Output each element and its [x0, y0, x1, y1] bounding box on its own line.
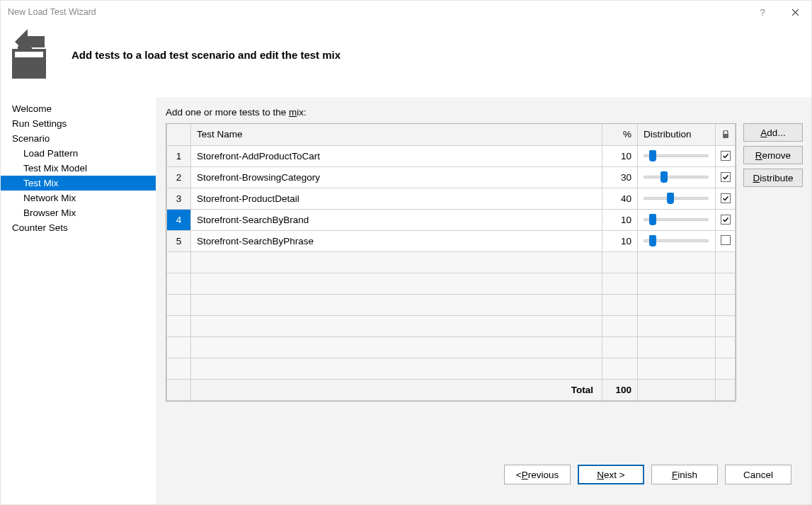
window-title: New Load Test Wizard [8, 7, 746, 17]
row-number[interactable]: 1 [167, 145, 191, 166]
close-button[interactable] [779, 1, 811, 23]
grid-area: Test Name % Distribution 1Storefront-Add… [166, 123, 803, 453]
grid-total-row: Total 100 [167, 379, 736, 400]
row-number[interactable]: 5 [167, 230, 191, 251]
lock-checkbox[interactable] [721, 193, 731, 203]
cell-distribution[interactable] [638, 166, 716, 188]
table-row[interactable]: 4Storefront-SearchByBrand10 [167, 209, 736, 230]
cell-lock[interactable] [716, 230, 736, 251]
wizard-content: Add one or more tests to the mix: Test N… [156, 97, 811, 504]
cell-lock[interactable] [716, 166, 736, 188]
wizard-body: WelcomeRun SettingsScenarioLoad PatternT… [1, 97, 811, 504]
cell-percent[interactable]: 40 [602, 188, 638, 209]
close-icon [791, 8, 799, 16]
wizard-nav: WelcomeRun SettingsScenarioLoad PatternT… [1, 97, 156, 504]
row-number[interactable]: 2 [167, 166, 191, 188]
col-distribution[interactable]: Distribution [638, 124, 716, 145]
distribution-slider[interactable] [644, 171, 709, 183]
row-number[interactable]: 3 [167, 188, 191, 209]
table-row-empty [167, 273, 736, 294]
table-row-empty [167, 251, 736, 273]
cell-test-name[interactable]: Storefront-ProductDetail [191, 188, 602, 209]
instruction-accelerator: m [289, 107, 297, 118]
cell-lock[interactable] [716, 209, 736, 230]
distribution-slider[interactable] [644, 235, 709, 246]
cell-test-name[interactable]: Storefront-SearchByPhrase [191, 230, 602, 251]
wizard-heading: Add tests to a load test scenario and ed… [72, 49, 341, 61]
total-value: 100 [602, 379, 638, 400]
col-lock[interactable] [716, 124, 736, 145]
total-label: Total [191, 379, 602, 400]
table-row[interactable]: 2Storefront-BrowsingCategory30 [167, 166, 736, 188]
distribution-slider[interactable] [644, 193, 709, 204]
cell-test-name[interactable]: Storefront-AddProductToCart [191, 145, 602, 166]
wizard-icon [8, 26, 52, 83]
table-row-empty [167, 294, 736, 315]
row-header-col[interactable] [167, 124, 191, 145]
cell-distribution[interactable] [638, 209, 716, 230]
cell-percent[interactable]: 10 [602, 145, 638, 166]
title-bar: New Load Test Wizard ? [1, 1, 811, 23]
nav-item[interactable]: Load Pattern [1, 146, 156, 161]
nav-item[interactable]: Counter Sets [1, 220, 156, 235]
nav-item[interactable]: Welcome [1, 101, 156, 116]
cell-percent[interactable]: 10 [602, 209, 638, 230]
nav-item[interactable]: Test Mix Model [1, 161, 156, 176]
wizard-header: Add tests to a load test scenario and ed… [1, 23, 811, 97]
cell-lock[interactable] [716, 188, 736, 209]
next-button[interactable]: Next > [578, 465, 644, 484]
lock-checkbox[interactable] [721, 172, 731, 182]
col-test-name[interactable]: Test Name [191, 124, 602, 145]
table-row-empty [167, 336, 736, 358]
instruction-post: ix: [297, 107, 307, 118]
cell-percent[interactable]: 30 [602, 166, 638, 188]
cell-lock[interactable] [716, 145, 736, 166]
nav-item[interactable]: Network Mix [1, 191, 156, 205]
help-button[interactable]: ? [746, 1, 779, 23]
remove-button[interactable]: Remove [743, 146, 803, 164]
test-mix-grid[interactable]: Test Name % Distribution 1Storefront-Add… [166, 123, 736, 402]
wizard-window: New Load Test Wizard ? Add tests to a lo… [0, 0, 812, 505]
nav-item[interactable]: Run Settings [1, 116, 156, 131]
table-row-empty [167, 358, 736, 379]
cell-test-name[interactable]: Storefront-SearchByBrand [191, 209, 602, 230]
grid-header-row: Test Name % Distribution [167, 124, 736, 145]
nav-item[interactable]: Scenario [1, 131, 156, 146]
nav-item[interactable]: Test Mix [1, 176, 156, 191]
distribution-slider[interactable] [644, 150, 709, 161]
table-row[interactable]: 1Storefront-AddProductToCart10 [167, 145, 736, 166]
distribute-button[interactable]: Distribute [743, 169, 803, 187]
cell-distribution[interactable] [638, 230, 716, 251]
nav-item[interactable]: Browser Mix [1, 205, 156, 220]
instruction-label: Add one or more tests to the mix: [166, 107, 803, 120]
lock-checkbox[interactable] [721, 235, 731, 245]
table-row[interactable]: 3Storefront-ProductDetail40 [167, 188, 736, 209]
lock-checkbox[interactable] [721, 151, 731, 161]
cell-distribution[interactable] [638, 188, 716, 209]
side-buttons: Add... Remove Distribute [743, 123, 803, 187]
lock-checkbox[interactable] [721, 215, 731, 225]
cell-distribution[interactable] [638, 145, 716, 166]
finish-button[interactable]: Finish [651, 465, 718, 484]
lock-icon [722, 130, 729, 139]
previous-button[interactable]: < Previous [504, 465, 571, 484]
cell-percent[interactable]: 10 [602, 230, 638, 251]
distribution-slider[interactable] [644, 214, 709, 225]
add-button[interactable]: Add... [743, 123, 803, 142]
table-row[interactable]: 5Storefront-SearchByPhrase10 [167, 230, 736, 251]
cell-test-name[interactable]: Storefront-BrowsingCategory [191, 166, 602, 188]
instruction-pre: Add one or more tests to the [166, 107, 289, 118]
row-number[interactable]: 4 [167, 209, 191, 230]
svg-rect-3 [723, 134, 728, 138]
wizard-footer: < Previous Next > Finish Cancel [166, 456, 803, 497]
col-percent[interactable]: % [602, 124, 638, 145]
table-row-empty [167, 315, 736, 336]
cancel-button[interactable]: Cancel [725, 465, 791, 484]
